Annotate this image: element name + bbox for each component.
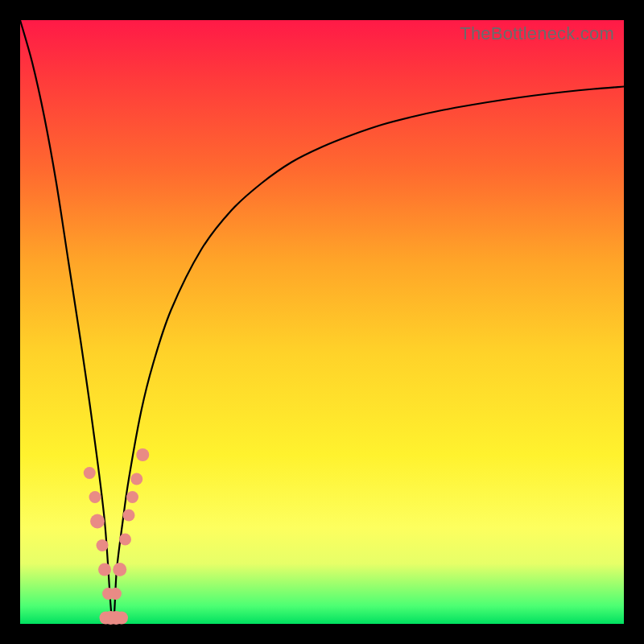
highlight-marker: [113, 563, 126, 576]
bottleneck-curve: [20, 20, 624, 625]
highlight-marker: [115, 612, 128, 625]
highlight-marker: [97, 539, 109, 551]
chart-frame: TheBottleneck.com: [20, 20, 624, 624]
highlight-marker: [90, 514, 105, 529]
highlight-marker: [136, 448, 149, 461]
highlight-marker: [130, 473, 142, 485]
highlight-marker: [89, 491, 101, 503]
highlight-marker: [126, 491, 138, 503]
highlight-markers: [84, 448, 150, 625]
highlight-marker: [84, 467, 96, 479]
highlight-marker: [109, 588, 122, 600]
highlight-marker: [119, 534, 131, 546]
chart-svg: [20, 20, 624, 624]
highlight-marker: [98, 564, 111, 576]
highlight-marker: [123, 510, 135, 522]
